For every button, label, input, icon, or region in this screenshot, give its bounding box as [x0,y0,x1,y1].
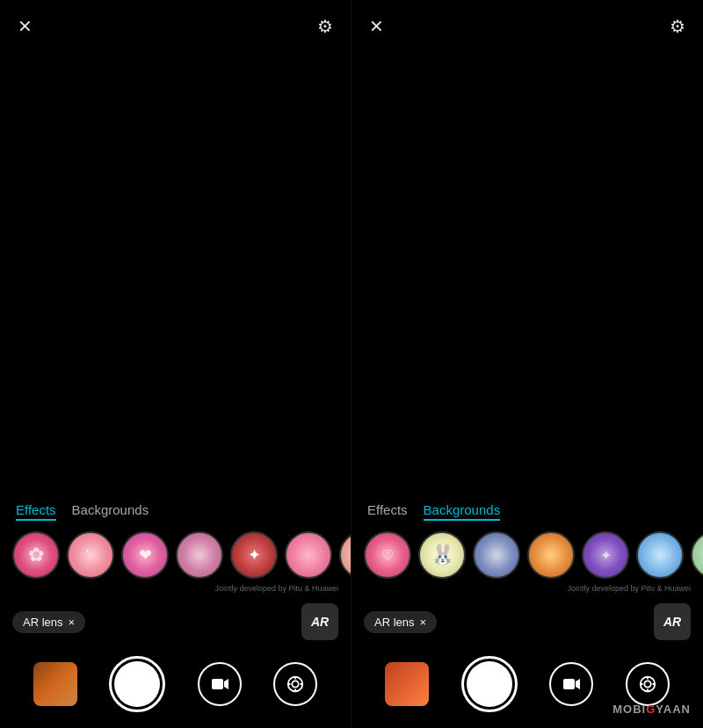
svg-marker-1 [224,679,228,689]
ar-lens-badge-right[interactable]: AR lens × [364,611,437,633]
svg-rect-0 [212,679,223,689]
effect-circle-2-left[interactable] [67,531,114,579]
ar-lens-badge-left[interactable]: AR lens × [12,611,85,633]
svg-point-7 [644,681,650,687]
camera-controls-right [352,647,703,728]
effects-strip-right [352,526,703,582]
tab-backgrounds-left[interactable]: Backgrounds [72,502,149,521]
effect-circle-5-left[interactable] [230,531,278,579]
camera-view-left: ✕ ⚙ [0,0,351,494]
effect-circle-6-right[interactable] [636,531,684,579]
shutter-inner-right [467,661,512,707]
ar-lens-row-left: AR lens × AR [0,596,351,647]
flash-icon-left[interactable]: ✕ [18,16,33,37]
ar-btn-right[interactable]: AR [654,603,691,640]
effect-circle-7-left[interactable] [339,531,351,579]
tabs-left: Effects Backgrounds [0,494,351,526]
ar-lens-row-right: AR lens × AR [352,596,703,647]
flash-icon-right[interactable]: ✕ [369,16,384,37]
selfie-btn-right[interactable] [626,662,670,706]
ar-lens-label-left: AR lens [23,616,63,629]
effect-circle-6-left[interactable] [285,531,332,579]
effect-circle-4-right[interactable] [527,531,575,579]
video-btn-right[interactable] [549,662,593,706]
tab-backgrounds-right[interactable]: Backgrounds [424,502,501,521]
effect-circle-3-left[interactable] [121,531,169,579]
right-panel: ✕ ⚙ Effects Backgrounds Jointly develope… [352,0,703,728]
effect-circle-1-right[interactable] [364,531,411,579]
watermark-text: MOBIGYAAN [612,703,691,716]
selfie-btn-left[interactable] [273,662,317,706]
shutter-btn-left[interactable] [109,656,165,712]
tab-effects-left[interactable]: Effects [16,502,56,521]
camera-view-right: ✕ ⚙ [352,0,703,494]
tabs-right: Effects Backgrounds [352,494,703,526]
effect-circle-1-left[interactable] [12,531,60,579]
top-icons-right: ✕ ⚙ [352,16,703,37]
ar-lens-label-right: AR lens [374,616,415,629]
settings-icon-right[interactable]: ⚙ [670,16,685,37]
bottom-section-right: Effects Backgrounds Jointly developed by… [352,494,703,728]
top-icons-left: ✕ ⚙ [0,16,351,37]
gallery-thumb-left[interactable] [33,662,77,706]
effect-circle-5-right[interactable] [582,531,629,579]
credit-text-right: Jointly developed by Pitu & Huawei [352,582,703,596]
camera-controls-left [0,647,351,728]
svg-point-3 [292,681,298,687]
settings-icon-left[interactable]: ⚙ [317,16,333,37]
ar-btn-left[interactable]: AR [301,603,338,640]
shutter-inner-left [114,661,160,707]
effects-strip-left [0,526,351,582]
ar-lens-close-left[interactable]: × [69,616,76,629]
effect-circle-7-right[interactable] [691,531,703,579]
bottom-section-left: Effects Backgrounds Jointly developed by… [0,494,351,728]
ar-lens-close-right[interactable]: × [420,616,427,629]
left-panel: ✕ ⚙ Effects Backgrounds Jointly develope… [0,0,352,728]
svg-rect-4 [563,679,575,689]
gallery-thumb-right[interactable] [385,662,429,706]
tab-effects-right[interactable]: Effects [367,502,408,521]
effect-circle-4-left[interactable] [176,531,223,579]
shutter-btn-right[interactable] [461,656,518,712]
credit-text-left: Jointly developed by Pitu & Huawei [0,582,351,596]
effect-circle-2-right[interactable] [418,531,466,579]
svg-marker-5 [576,679,580,689]
video-btn-left[interactable] [198,662,242,706]
effect-circle-3-right[interactable] [473,531,520,579]
